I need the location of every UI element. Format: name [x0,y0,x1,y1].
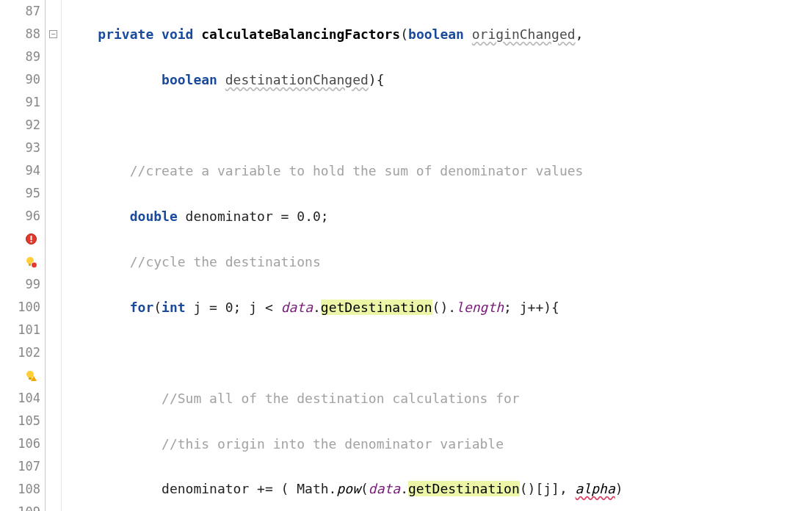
code-line: //this origin into the denominator varia… [66,432,812,455]
line-number: 94 [0,159,40,182]
error-gutter-icon[interactable] [0,228,40,250]
line-number: 89 [0,46,40,68]
line-number: 105 [0,410,40,432]
code-line: boolean destinationChanged){ [66,68,812,91]
code-line [66,341,812,364]
line-number-gutter: 87 88 89 90 91 92 93 94 95 96 99 100 101… [0,0,46,511]
fold-gutter: − [46,0,62,511]
code-line: //create a variable to hold the sum of d… [66,159,812,182]
code-line: double denominator = 0.0; [66,205,812,228]
code-line: //Sum all of the destination calculation… [66,387,812,410]
code-line: denominator += ( Math.pow(data.getDestin… [66,477,812,500]
code-line [66,114,812,137]
line-number: 93 [0,137,40,159]
line-number: 107 [0,455,40,478]
line-number: 101 [0,319,40,341]
line-number: 91 [0,91,40,114]
line-number: 88 [0,23,40,46]
quickfix-bulb-warning-icon[interactable] [0,364,40,387]
line-number: 95 [0,182,40,205]
fold-toggle[interactable]: − [46,23,61,46]
svg-point-5 [32,262,37,268]
line-number: 90 [0,68,40,91]
line-number: 87 [0,0,40,23]
line-number: 92 [0,114,40,137]
svg-rect-7 [29,377,32,380]
code-line: private void calculateBalancingFactors(b… [66,23,812,46]
svg-rect-1 [31,236,32,240]
line-number: 102 [0,341,40,364]
line-number: 109 [0,501,40,511]
svg-point-6 [26,371,34,378]
line-number: 106 [0,432,40,455]
svg-rect-2 [31,241,32,242]
line-number: 96 [0,205,40,228]
code-editor[interactable]: private void calculateBalancingFactors(b… [62,0,812,511]
line-number: 108 [0,478,40,501]
code-line: for(int j = 0; j < data.getDestination()… [66,296,812,319]
code-line: //cycle the destinations [66,250,812,273]
quickfix-bulb-error-icon[interactable] [0,250,40,273]
line-number: 99 [0,273,40,296]
line-number: 100 [0,296,40,319]
line-number: 104 [0,387,40,410]
